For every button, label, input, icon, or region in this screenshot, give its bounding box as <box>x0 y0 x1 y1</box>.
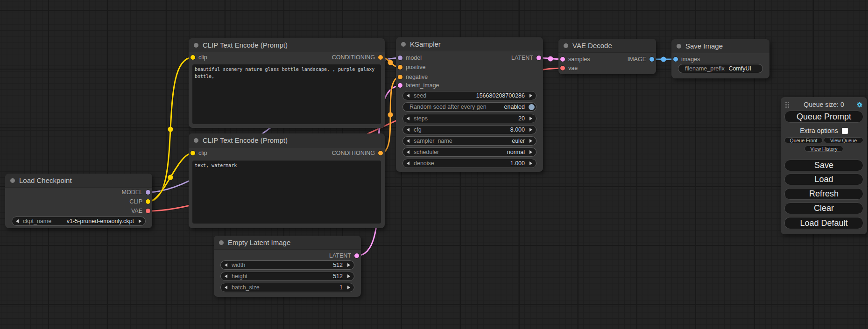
latent-image-input-port[interactable] <box>398 83 402 88</box>
node-empty-latent-image[interactable]: Empty Latent Image LATENT width 512 heig… <box>214 236 361 297</box>
settings-gear-icon[interactable] <box>855 101 863 109</box>
node-title-bar[interactable]: Load Checkpoint <box>5 174 152 188</box>
node-vae-decode[interactable]: VAE Decode samples IMAGE vae <box>558 39 656 74</box>
node-status-dot <box>194 43 198 48</box>
slot-row-images: images <box>671 55 769 64</box>
view-queue-button[interactable]: View Queue <box>824 137 863 143</box>
clip-input-port[interactable] <box>191 55 195 60</box>
decrement-arrow-icon[interactable] <box>407 128 409 132</box>
model-input-port[interactable] <box>398 56 402 60</box>
decrement-arrow-icon[interactable] <box>16 219 19 223</box>
sampler-name-widget[interactable]: sampler_name euler <box>402 136 536 146</box>
node-status-dot <box>564 43 568 48</box>
widget-value: euler <box>512 138 525 144</box>
cfg-widget[interactable]: cfg 8.000 <box>402 125 536 134</box>
negative-input-port[interactable] <box>398 75 402 79</box>
queue-prompt-button[interactable]: Queue Prompt <box>784 111 863 123</box>
node-status-dot <box>677 44 681 49</box>
decrement-arrow-icon[interactable] <box>407 150 409 154</box>
clip-input-port[interactable] <box>191 151 195 155</box>
input-label: latent_image <box>406 82 439 89</box>
positive-input-port[interactable] <box>398 65 402 70</box>
decrement-arrow-icon[interactable] <box>225 274 227 278</box>
samples-input-port[interactable] <box>560 57 565 62</box>
seed-widget[interactable]: seed 156680208700286 <box>402 91 536 100</box>
toggle-icon[interactable] <box>529 104 535 110</box>
widget-value: v1-5-pruned-emaonly.ckpt <box>67 218 134 224</box>
image-output-port[interactable] <box>649 57 654 62</box>
output-label: LATENT <box>329 251 351 260</box>
increment-arrow-icon[interactable] <box>529 139 532 143</box>
node-title-bar[interactable]: Empty Latent Image <box>214 236 361 250</box>
decrement-arrow-icon[interactable] <box>407 161 409 165</box>
clear-button[interactable]: Clear <box>784 203 863 214</box>
random-seed-widget[interactable]: Random seed after every gen enabled <box>402 102 536 112</box>
load-button[interactable]: Load <box>784 174 863 185</box>
node-title-bar[interactable]: KSampler <box>396 37 543 51</box>
model-output-port[interactable] <box>146 190 150 195</box>
node-clip-text-encode-positive[interactable]: CLIP Text Encode (Prompt) clip CONDITION… <box>189 38 385 128</box>
conditioning-output-port[interactable] <box>378 55 383 60</box>
decrement-arrow-icon[interactable] <box>225 263 227 267</box>
increment-arrow-icon[interactable] <box>347 263 350 267</box>
ckpt-name-widget[interactable]: ckpt_name v1-5-pruned-emaonly.ckpt <box>12 217 146 226</box>
node-load-checkpoint[interactable]: Load Checkpoint MODEL CLIP VAE ckpt_name… <box>5 174 152 228</box>
decrement-arrow-icon[interactable] <box>225 286 227 289</box>
increment-arrow-icon[interactable] <box>529 117 532 120</box>
height-widget[interactable]: height 512 <box>220 272 354 281</box>
input-label: vae <box>568 65 578 71</box>
latent-output-port[interactable] <box>536 56 541 60</box>
clip-output-port[interactable] <box>146 199 150 204</box>
node-title-bar[interactable]: VAE Decode <box>558 39 656 53</box>
node-title-bar[interactable]: CLIP Text Encode (Prompt) <box>189 133 385 147</box>
output-label: MODEL <box>122 188 142 197</box>
node-save-image[interactable]: Save Image images filename_prefix ComfyU… <box>671 39 769 78</box>
scheduler-widget[interactable]: scheduler normal <box>402 147 536 157</box>
steps-widget[interactable]: steps 20 <box>402 114 536 123</box>
queue-size-label: Queue size: 0 <box>804 101 844 108</box>
refresh-button[interactable]: Refresh <box>784 188 863 200</box>
input-label: clip <box>198 150 207 156</box>
node-status-dot <box>219 240 224 245</box>
node-title-bar[interactable]: CLIP Text Encode (Prompt) <box>189 38 385 52</box>
node-clip-text-encode-negative[interactable]: CLIP Text Encode (Prompt) clip CONDITION… <box>189 133 385 228</box>
latent-output-port[interactable] <box>354 253 359 258</box>
increment-arrow-icon[interactable] <box>529 128 532 132</box>
decrement-arrow-icon[interactable] <box>407 94 409 98</box>
prompt-text-area[interactable]: beautiful scenery nature glass bottle la… <box>192 64 381 124</box>
output-label: LATENT <box>511 53 533 63</box>
widget-value: ComfyUI <box>728 65 751 72</box>
images-input-port[interactable] <box>673 57 678 62</box>
queue-front-button[interactable]: Queue Front <box>784 137 823 143</box>
drag-handle-icon[interactable] <box>785 102 787 103</box>
extra-options-checkbox[interactable] <box>842 128 848 134</box>
increment-arrow-icon[interactable] <box>347 286 350 289</box>
slot-row-negative: negative <box>396 72 543 82</box>
increment-arrow-icon[interactable] <box>529 94 532 98</box>
save-button[interactable]: Save <box>784 160 863 171</box>
increment-arrow-icon[interactable] <box>139 219 141 223</box>
vae-output-port[interactable] <box>146 209 150 213</box>
slot-row-positive: positive <box>396 63 543 72</box>
wire-clip-2 <box>148 153 193 202</box>
load-default-button[interactable]: Load Default <box>784 217 863 229</box>
decrement-arrow-icon[interactable] <box>407 139 409 143</box>
view-history-button[interactable]: View History <box>804 146 843 152</box>
increment-arrow-icon[interactable] <box>529 161 532 165</box>
queue-panel-header: Queue size: 0 <box>781 100 867 109</box>
increment-arrow-icon[interactable] <box>347 274 350 278</box>
node-title-bar[interactable]: Save Image <box>671 39 769 53</box>
prompt-text-area[interactable]: text, watermark <box>192 161 381 224</box>
vae-input-port[interactable] <box>560 66 565 70</box>
decrement-arrow-icon[interactable] <box>407 117 409 120</box>
conditioning-output-port[interactable] <box>378 151 383 155</box>
increment-arrow-icon[interactable] <box>529 150 532 154</box>
filename-prefix-widget[interactable]: filename_prefix ComfyUI <box>678 64 763 73</box>
node-ksampler[interactable]: KSampler model LATENT positive negative … <box>396 37 543 172</box>
input-label: clip <box>198 54 207 61</box>
input-label: images <box>681 56 700 63</box>
graph-canvas[interactable]: { "colors": { "model": "#B39DDB", "clip"… <box>0 0 868 329</box>
batch-size-widget[interactable]: batch_size 1 <box>220 283 354 292</box>
denoise-widget[interactable]: denoise 1.000 <box>402 159 536 168</box>
width-widget[interactable]: width 512 <box>220 260 354 270</box>
